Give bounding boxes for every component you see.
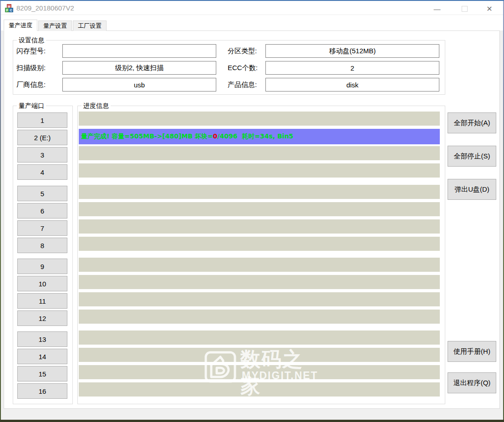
progress-bar-16 [79, 382, 440, 397]
ports-group-label: 量产端口 [17, 102, 46, 110]
port-button-8[interactable]: 8 [17, 238, 67, 253]
field-label-right-1: ECC个数: [228, 64, 258, 72]
user-manual-button[interactable]: 使用手册(H) [448, 341, 496, 362]
tab-bar: 量产进度量产设置工厂设置 [4, 20, 107, 31]
app-icon-block-c: C [9, 8, 13, 12]
field-value-left-0[interactable] [62, 44, 216, 58]
progress-group-label: 进度信息 [81, 102, 111, 110]
progress-bar-5 [79, 185, 440, 199]
port-button-5[interactable]: 5 [17, 186, 67, 201]
close-button[interactable]: ✕ [480, 3, 499, 15]
field-label-left-1: 扫描级别: [16, 64, 46, 72]
port-button-1[interactable]: 1 [17, 112, 67, 128]
field-label-right-2: 产品信息: [228, 81, 257, 89]
progress-bar-9 [79, 258, 440, 272]
dialog-margin-right [500, 31, 503, 420]
tab-2[interactable]: 工厂设置 [73, 20, 107, 31]
progress-bar-1 [79, 112, 440, 126]
tab-0[interactable]: 量产进度 [4, 20, 37, 31]
maximize-icon [462, 6, 468, 12]
progress-bar-6 [79, 202, 440, 216]
field-value-right-2[interactable]: disk [265, 78, 439, 92]
dialog-margin-bottom [1, 409, 503, 420]
stop-all-button[interactable]: 全部停止(S) [448, 146, 496, 167]
title-bar: M F C 8209_20180607V2 — ✕ [1, 1, 503, 15]
close-icon: ✕ [486, 5, 492, 13]
port-button-15[interactable]: 15 [17, 366, 67, 381]
field-label-left-0: 闪存型号: [16, 47, 46, 56]
maximize-button[interactable] [455, 3, 473, 15]
port-button-7[interactable]: 7 [17, 220, 67, 236]
port-button-2[interactable]: 2 (E:) [17, 130, 67, 145]
eject-usb-button[interactable]: 弹出U盘(D) [448, 179, 496, 200]
progress-bar-15 [79, 365, 440, 379]
app-icon: M F C [5, 4, 13, 12]
port-button-9[interactable]: 9 [17, 259, 67, 274]
port-button-13[interactable]: 13 [17, 331, 67, 347]
progress-bar-3 [79, 146, 440, 160]
port-button-11[interactable]: 11 [17, 293, 67, 309]
desktop-background-strip [0, 420, 504, 422]
port-button-14[interactable]: 14 [17, 349, 67, 364]
exit-program-button[interactable]: 退出程序(Q) [448, 372, 496, 393]
port-button-3[interactable]: 3 [17, 147, 67, 163]
port-button-6[interactable]: 6 [17, 203, 67, 219]
progress-bar-14 [79, 348, 440, 362]
port-button-16[interactable]: 16 [17, 383, 67, 399]
field-value-right-0[interactable]: 移动盘(512MB) [265, 44, 439, 58]
start-all-button[interactable]: 全部开始(A) [448, 112, 496, 133]
progress-message-pre: 量产完成! 容量=505MB->[480]MB 坏块= [81, 132, 213, 140]
port-button-4[interactable]: 4 [17, 164, 67, 180]
field-label-right-0: 分区类型: [228, 47, 257, 56]
minimize-icon: — [434, 5, 441, 13]
window-title: 8209_20180607V2 [16, 4, 74, 12]
progress-bar-4 [79, 163, 440, 178]
port-button-10[interactable]: 10 [17, 276, 67, 291]
progress-bar-10 [79, 275, 440, 289]
progress-bar-7 [79, 219, 440, 234]
port-button-12[interactable]: 12 [17, 310, 67, 326]
field-value-left-1[interactable]: 级别2, 快速扫描 [62, 61, 216, 75]
progress-message-post: /4096 耗时=34s, Bin5 [217, 132, 293, 140]
progress-bar-8 [79, 237, 440, 251]
progress-bar-2: 量产完成! 容量=505MB->[480]MB 坏块=0/4096 耗时=34s… [79, 129, 440, 144]
field-value-right-1[interactable]: 2 [265, 61, 439, 75]
field-value-left-2[interactable]: usb [62, 78, 216, 92]
minimize-button[interactable]: — [428, 3, 446, 15]
tab-1[interactable]: 量产设置 [38, 20, 72, 31]
progress-bar-12 [79, 310, 440, 324]
progress-message: 量产完成! 容量=505MB->[480]MB 坏块=0/4096 耗时=34s… [79, 132, 293, 141]
progress-badblock-count: 0 [213, 132, 218, 140]
settings-group-label: 设置信息 [17, 36, 46, 44]
progress-bar-11 [79, 292, 440, 306]
field-label-left-2: 厂商信息: [16, 81, 46, 89]
progress-bar-13 [79, 330, 440, 345]
